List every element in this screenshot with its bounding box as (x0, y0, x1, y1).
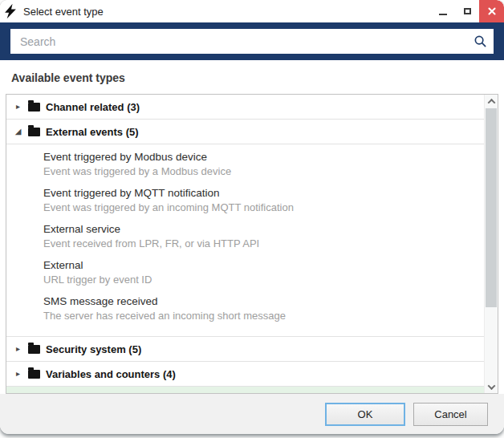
chevron-expanded-icon[interactable]: ◢ (14, 128, 22, 136)
category-row-variables-and-counters[interactable]: ▸ Variables and counters (4) (6, 362, 484, 387)
search-input[interactable] (18, 34, 474, 49)
event-item-description: The server has received an incoming shor… (43, 310, 484, 322)
external-events-items: Event triggered by Modbus device Event w… (6, 144, 484, 337)
category-label: Variables and counters (4) (46, 368, 176, 380)
section-heading: Available event types (0, 60, 504, 94)
window-title: Select event type (23, 6, 431, 18)
minimize-button[interactable] (431, 0, 455, 22)
category-row-channel-related[interactable]: ▸ Channel related (3) (6, 95, 484, 120)
scrollbar[interactable] (484, 95, 498, 393)
chevron-down-icon (487, 382, 495, 390)
category-row-other[interactable]: ▸ Other (3) (6, 387, 484, 393)
category-label: External events (5) (46, 126, 139, 138)
event-item-title: SMS message received (43, 295, 484, 308)
ok-button[interactable]: OK (325, 403, 405, 426)
event-item-external[interactable]: External URL trigger by event ID (43, 259, 484, 286)
select-event-type-dialog: Select event type Available event types … (0, 0, 504, 434)
category-row-security-system[interactable]: ▸ Security system (5) (6, 337, 484, 362)
chevron-right-icon[interactable]: ▸ (14, 103, 22, 111)
event-item-modbus[interactable]: Event triggered by Modbus device Event w… (43, 151, 484, 178)
event-item-title: External (43, 259, 484, 272)
chevron-up-icon (487, 98, 495, 106)
event-item-external-service[interactable]: External service Event received from LPR… (43, 223, 484, 250)
event-item-title: External service (43, 223, 484, 236)
event-item-description: Event received from LPR, FR, or via HTTP… (43, 237, 484, 250)
maximize-button[interactable] (455, 0, 479, 22)
chevron-right-icon[interactable]: ▸ (14, 345, 22, 353)
search-icon[interactable] (474, 34, 487, 48)
close-button[interactable] (479, 0, 504, 22)
dialog-footer: OK Cancel (0, 394, 504, 434)
search-band (0, 22, 504, 60)
maximize-icon (464, 8, 471, 14)
scrollbar-thumb[interactable] (486, 108, 497, 307)
event-type-list: ▸ Channel related (3) ◢ External events … (6, 94, 498, 394)
search-box (10, 29, 494, 54)
event-item-title: Event triggered by MQTT notification (43, 187, 484, 200)
cancel-button[interactable]: Cancel (413, 403, 488, 426)
category-label: Channel related (3) (46, 101, 140, 113)
event-type-rows: ▸ Channel related (3) ◢ External events … (6, 95, 484, 393)
event-item-description: Event was triggered by an incoming MQTT … (43, 201, 484, 214)
folder-icon (28, 370, 40, 379)
titlebar: Select event type (0, 0, 504, 22)
scroll-up-button[interactable] (485, 95, 498, 107)
event-item-description: Event was triggered by a Modbus device (43, 165, 484, 178)
event-item-description: URL trigger by event ID (43, 274, 484, 286)
close-icon (487, 6, 497, 16)
event-item-sms[interactable]: SMS message received The server has rece… (43, 295, 484, 322)
event-item-title: Event triggered by Modbus device (43, 151, 484, 164)
folder-icon (28, 128, 40, 136)
folder-icon (28, 103, 40, 112)
scroll-down-button[interactable] (485, 380, 498, 393)
folder-icon (28, 345, 40, 354)
chevron-right-icon[interactable]: ▸ (14, 370, 22, 378)
event-item-mqtt[interactable]: Event triggered by MQTT notification Eve… (43, 187, 484, 214)
minimize-icon (439, 14, 447, 15)
category-row-external-events[interactable]: ◢ External events (5) (6, 120, 484, 144)
lightning-bolt-icon (3, 3, 19, 19)
category-label: Security system (5) (46, 343, 141, 355)
